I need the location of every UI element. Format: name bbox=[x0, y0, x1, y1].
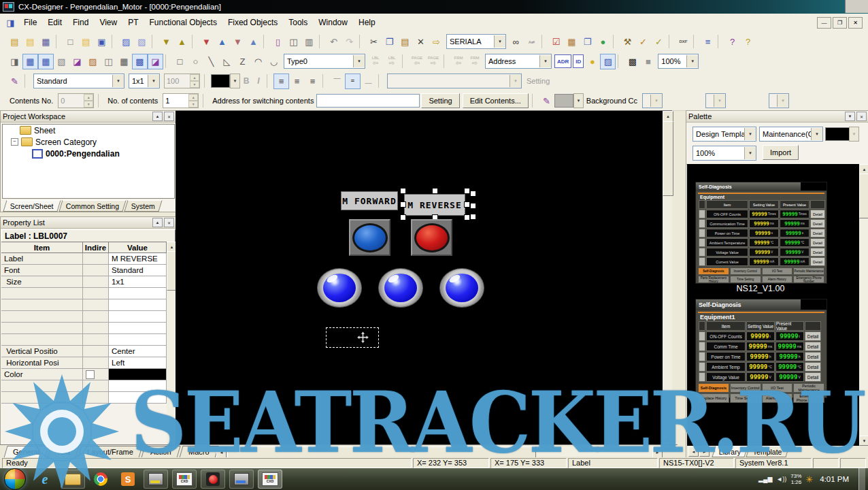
selection-handle[interactable] bbox=[470, 214, 476, 220]
menu-item[interactable]: Find bbox=[67, 15, 94, 30]
spin-down-icon[interactable]: ▼ bbox=[84, 101, 93, 108]
selection-handle[interactable] bbox=[464, 201, 470, 208]
font-color-dropdown-icon[interactable]: ▼ bbox=[230, 74, 240, 88]
open-project-icon[interactable]: ▤ bbox=[22, 34, 38, 50]
copy-icon[interactable]: ❐ bbox=[382, 34, 397, 50]
transfer-from-pt-icon[interactable]: ▲ bbox=[214, 34, 230, 50]
network-icon[interactable]: ▂▄▆ bbox=[758, 476, 772, 483]
paste-icon[interactable]: ▤ bbox=[397, 34, 413, 50]
menu-item[interactable]: Window bbox=[313, 15, 353, 30]
collapse-icon[interactable]: ▼ bbox=[845, 112, 855, 121]
sheet-objects-icon[interactable]: ▨ bbox=[85, 54, 101, 69]
show-grid-icon[interactable]: ▩ bbox=[132, 54, 148, 69]
italic-button[interactable]: I bbox=[252, 74, 265, 88]
show-sheet-icon[interactable]: ▧ bbox=[54, 54, 69, 69]
save-screen-icon[interactable]: ▣ bbox=[94, 34, 110, 50]
online-manual-icon[interactable]: ? bbox=[724, 34, 740, 50]
font-combo[interactable]: Standard ▼ bbox=[33, 74, 124, 88]
font-scale-combo[interactable]: 1x1 ▼ bbox=[129, 74, 160, 88]
minimize-icon[interactable]: — bbox=[817, 17, 831, 29]
property-list-toggle-icon[interactable]: ≡ bbox=[700, 34, 716, 50]
setting-button[interactable]: Setting bbox=[421, 93, 459, 108]
menu-item[interactable]: PT bbox=[122, 15, 144, 30]
undo-icon[interactable]: ↶ bbox=[326, 34, 341, 50]
scroll-right-icon[interactable]: ► bbox=[652, 446, 663, 458]
workspace-tab[interactable]: Common Setting bbox=[59, 200, 126, 212]
valign-middle-icon[interactable]: = bbox=[345, 74, 361, 89]
document-icon[interactable]: ▯ bbox=[270, 34, 286, 50]
palette-tab[interactable]: Library bbox=[712, 446, 748, 457]
font-color-swatch[interactable] bbox=[211, 74, 230, 88]
property-scrollbar[interactable]: ▲ ▼ bbox=[167, 242, 176, 455]
scroll-thumb[interactable] bbox=[663, 121, 673, 196]
draw-line-icon[interactable]: ╲ bbox=[203, 54, 219, 69]
menu-item[interactable]: Help bbox=[353, 15, 381, 30]
property-row[interactable]: Label M REVERSE bbox=[1, 253, 167, 265]
font-size-stepper[interactable]: 100 ▲ ▼ bbox=[164, 74, 200, 88]
taskbar-cx-programmer-icon[interactable] bbox=[229, 470, 254, 489]
palette-zoom-combo[interactable]: 100% ▼ bbox=[692, 146, 756, 161]
property-row[interactable]: Vertical Positio Center bbox=[1, 346, 167, 357]
property-row[interactable] bbox=[1, 334, 167, 346]
menu-item[interactable]: Tools bbox=[283, 15, 313, 30]
valign-top-icon[interactable]: ¯¯ bbox=[329, 74, 345, 89]
check-screen-icon[interactable]: ✓ bbox=[635, 34, 651, 50]
no-of-contents-stepper[interactable]: 1 ▲ ▼ bbox=[163, 93, 199, 108]
import-component-icon[interactable]: ▨ bbox=[118, 34, 134, 50]
chevron-down-icon[interactable]: ▼ bbox=[811, 128, 822, 140]
menu-item[interactable]: Functional Objects bbox=[144, 15, 222, 30]
spin-up-icon[interactable]: ▲ bbox=[188, 94, 198, 101]
title-bar[interactable]: CX-Designer - Pengendalian_Motor - [0000… bbox=[0, 0, 868, 14]
selection-handle[interactable] bbox=[400, 201, 406, 208]
save-project-icon[interactable]: ▦ bbox=[38, 34, 54, 50]
scroll-thumb[interactable] bbox=[859, 174, 868, 218]
check-project-icon[interactable]: ✓ bbox=[651, 34, 667, 50]
selection-handle[interactable] bbox=[400, 214, 406, 220]
push-button-forward[interactable] bbox=[349, 219, 390, 256]
next-frame-button[interactable]: FRM ⇨ bbox=[467, 54, 483, 69]
align-center-icon[interactable]: ≡ bbox=[289, 74, 305, 89]
switch-label-icon[interactable]: ◨ bbox=[7, 54, 22, 69]
property-row[interactable]: Size 1x1 bbox=[1, 276, 167, 288]
align-left-icon[interactable]: ≡ bbox=[273, 74, 289, 89]
taskbar-chrome-icon[interactable] bbox=[89, 470, 112, 488]
draw-polyline-icon[interactable]: Z bbox=[235, 54, 250, 69]
redo-icon[interactable]: ↷ bbox=[341, 34, 357, 50]
template-thumbnail-ns12[interactable]: Self-Diagnosis Equipment Item Setting Va… bbox=[695, 182, 827, 284]
menu-item[interactable]: Fixed Objects bbox=[222, 15, 283, 30]
editor-tab[interactable]: Action bbox=[141, 446, 181, 458]
palette-tab[interactable]: Template bbox=[746, 446, 790, 457]
chevron-down-icon[interactable]: ▼ bbox=[744, 147, 756, 159]
spin-up-icon[interactable]: ▲ bbox=[190, 74, 199, 81]
menu-item[interactable]: Edit bbox=[42, 15, 67, 30]
close-icon[interactable]: ✕ bbox=[164, 218, 174, 227]
label-type-combo[interactable]: Type0 ▼ bbox=[284, 54, 365, 69]
align-right-icon[interactable]: ≡ bbox=[305, 74, 320, 89]
cross-reference-icon[interactable]: ▦ bbox=[564, 34, 580, 50]
show-address-icon[interactable]: ▦ bbox=[38, 54, 54, 69]
tree-item[interactable]: 0000:Pengendalian bbox=[3, 148, 174, 159]
mdi-system-icon[interactable]: ◨ bbox=[3, 15, 18, 31]
replace-icon[interactable]: A⇄ bbox=[524, 34, 539, 50]
property-list-header[interactable]: Property List ▲ ✕ bbox=[1, 217, 176, 229]
scroll-up-icon[interactable]: ▲ bbox=[663, 111, 673, 122]
show-address-button[interactable]: ADR bbox=[554, 54, 571, 68]
validation-icon[interactable]: ☑ bbox=[548, 34, 564, 50]
transfer-program-icon[interactable]: ▲ bbox=[246, 34, 261, 50]
help-icon[interactable]: ? bbox=[740, 34, 756, 50]
spin-up-icon[interactable]: ▲ bbox=[84, 94, 93, 101]
new-screen-icon[interactable]: □ bbox=[63, 34, 78, 50]
template-category-combo[interactable]: Maintenance(C ▼ bbox=[759, 127, 823, 142]
import-dxf-icon[interactable]: DXF bbox=[675, 34, 691, 50]
background-color-swatch[interactable] bbox=[554, 94, 573, 108]
show-touch-points-icon[interactable]: ▦ bbox=[22, 54, 38, 69]
format-painter-icon[interactable]: ✎ bbox=[7, 74, 22, 89]
snap-grid-icon[interactable]: ◪ bbox=[148, 54, 163, 69]
canvas-horizontal-scrollbar[interactable]: ◄ ► bbox=[216, 446, 663, 457]
notification-icon[interactable]: ✳ bbox=[805, 474, 813, 485]
screen-in-screen-icon[interactable]: ◫ bbox=[101, 54, 116, 69]
export-component-icon[interactable]: ▧ bbox=[134, 34, 150, 50]
property-row[interactable] bbox=[1, 323, 167, 334]
selection-handle[interactable] bbox=[470, 203, 476, 209]
show-id-button[interactable]: ID bbox=[573, 54, 584, 68]
